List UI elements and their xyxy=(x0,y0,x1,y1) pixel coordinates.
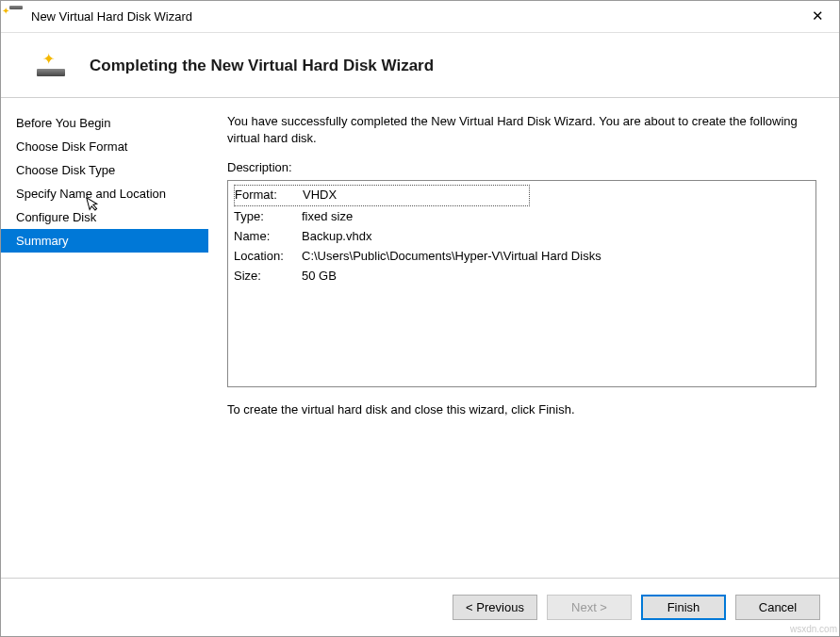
sidebar-item-label: Configure Disk xyxy=(16,210,96,224)
description-label: Description: xyxy=(227,160,816,174)
sidebar-item-choose-disk-format[interactable]: Choose Disk Format xyxy=(1,135,208,158)
sidebar-item-label: Summary xyxy=(16,234,69,248)
cancel-button[interactable]: Cancel xyxy=(735,595,820,620)
finish-instruction: To create the virtual hard disk and clos… xyxy=(227,402,816,416)
previous-button[interactable]: < Previous xyxy=(453,595,537,620)
summary-value: Backup.vhdx xyxy=(302,227,810,246)
footer: < Previous Next > Finish Cancel xyxy=(1,578,839,636)
sidebar-item-label: Before You Begin xyxy=(16,116,110,130)
disk-wizard-icon xyxy=(35,52,67,80)
wizard-window: New Virtual Hard Disk Wizard ✕ Completin… xyxy=(0,0,840,637)
intro-text: You have successfully completed the New … xyxy=(227,113,816,147)
titlebar: New Virtual Hard Disk Wizard ✕ xyxy=(1,1,839,33)
summary-value: C:\Users\Public\Documents\Hyper-V\Virtua… xyxy=(302,247,810,266)
app-icon xyxy=(8,9,24,24)
page-title: Completing the New Virtual Hard Disk Wiz… xyxy=(90,57,434,75)
summary-key: Size: xyxy=(234,267,302,286)
sidebar-item-choose-disk-type[interactable]: Choose Disk Type xyxy=(1,158,208,182)
close-icon: ✕ xyxy=(812,8,824,24)
summary-row-type: Type: fixed size xyxy=(234,207,810,226)
content: You have successfully completed the New … xyxy=(208,98,839,578)
summary-key: Name: xyxy=(234,227,302,246)
close-button[interactable]: ✕ xyxy=(796,1,839,31)
body: Before You Begin Choose Disk Format Choo… xyxy=(1,98,839,578)
watermark: wsxdn.com xyxy=(790,624,837,634)
next-button: Next > xyxy=(547,595,632,620)
summary-key: Location: xyxy=(234,247,302,266)
summary-row-format: Format: VHDX xyxy=(234,185,810,205)
header: Completing the New Virtual Hard Disk Wiz… xyxy=(1,33,839,98)
sidebar-item-label: Choose Disk Type xyxy=(16,163,115,177)
sidebar-item-label: Specify Name and Location xyxy=(16,187,166,201)
window-title: New Virtual Hard Disk Wizard xyxy=(31,9,192,24)
summary-value: fixed size xyxy=(302,207,810,226)
summary-row-location: Location: C:\Users\Public\Documents\Hype… xyxy=(234,247,810,266)
summary-row-name: Name: Backup.vhdx xyxy=(234,227,810,246)
sidebar-item-before-you-begin[interactable]: Before You Begin xyxy=(1,111,208,135)
summary-row-size: Size: 50 GB xyxy=(234,267,810,286)
finish-button[interactable]: Finish xyxy=(641,595,726,620)
description-box: Format: VHDX Type: fixed size Name: Back… xyxy=(227,180,816,387)
summary-key: Type: xyxy=(234,207,302,226)
sidebar-item-label: Choose Disk Format xyxy=(16,139,127,154)
sidebar-item-configure-disk[interactable]: Configure Disk xyxy=(1,205,208,229)
summary-value: 50 GB xyxy=(302,267,810,286)
sidebar-item-specify-name-location[interactable]: Specify Name and Location xyxy=(1,182,208,205)
summary-key: Format: xyxy=(235,186,303,204)
sidebar: Before You Begin Choose Disk Format Choo… xyxy=(1,98,208,578)
sidebar-item-summary[interactable]: Summary xyxy=(1,229,208,253)
summary-value: VHDX xyxy=(303,186,529,204)
